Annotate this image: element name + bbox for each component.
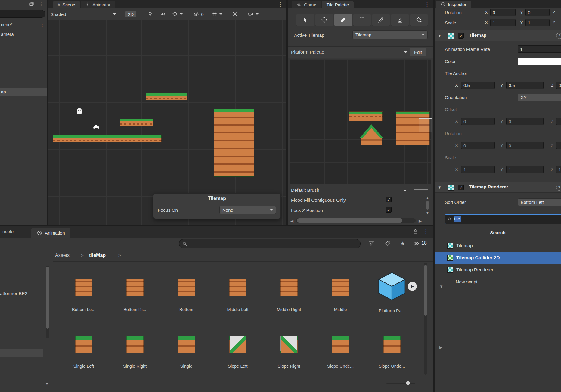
- scroll-down-icon[interactable]: ▼: [426, 211, 429, 215]
- component-result-tilemap[interactable]: Tilemap: [435, 240, 561, 252]
- prefab-play-badge[interactable]: ▶: [408, 282, 417, 291]
- component-result-tilemap-renderer[interactable]: Tilemap Renderer: [435, 264, 561, 276]
- resize-grip[interactable]: [414, 191, 428, 191]
- tab-game[interactable]: Game: [292, 1, 321, 8]
- edit-palette-button[interactable]: Edit: [410, 48, 426, 56]
- help-icon[interactable]: ?: [556, 185, 561, 191]
- asset-item[interactable]: Single Left: [64, 336, 104, 369]
- folder-scrollbar-thumb[interactable]: [46, 267, 49, 329]
- asset-item[interactable]: Bottom: [166, 279, 206, 312]
- palette-panel-menu-icon[interactable]: ⋮: [424, 2, 430, 7]
- platform-column-object[interactable]: [214, 109, 254, 177]
- scroll-right-icon[interactable]: ▶: [419, 219, 422, 223]
- project-search-input[interactable]: [179, 239, 361, 248]
- picker-tool-button[interactable]: [372, 14, 390, 26]
- scroll-down-icon[interactable]: ▼: [45, 382, 49, 386]
- palette-tile-platform[interactable]: [349, 111, 383, 121]
- component-search-input[interactable]: tile: [445, 214, 561, 224]
- scene-grid-dropdown[interactable]: [212, 11, 222, 17]
- folder-scrollbar[interactable]: [46, 266, 49, 338]
- tab-scene[interactable]: # Scene: [53, 1, 80, 8]
- scene-audio-icon[interactable]: [160, 11, 166, 17]
- active-tilemap-dropdown[interactable]: Tilemap: [352, 30, 428, 39]
- renderer-enabled-checkbox[interactable]: [458, 185, 464, 190]
- asset-grid-scrollbar[interactable]: [424, 263, 427, 375]
- focus-on-dropdown[interactable]: None: [219, 206, 276, 214]
- tab-animation[interactable]: Animation: [31, 228, 70, 238]
- asset-item[interactable]: Slope Unde...: [321, 336, 360, 369]
- component-result-tilemap-collider[interactable]: Tilemap Collider 2D: [435, 252, 561, 264]
- flood-fill-checkbox[interactable]: [386, 197, 392, 202]
- chevron-down-icon[interactable]: [404, 190, 407, 191]
- folder-item[interactable]: atformer BE2: [0, 291, 27, 296]
- palette-hscroll-track[interactable]: [296, 218, 416, 223]
- asset-item[interactable]: Slope Left: [218, 336, 258, 369]
- breadcrumb-current[interactable]: tileMap: [89, 253, 106, 258]
- frame-rate-field[interactable]: 1: [518, 45, 561, 53]
- eraser-tool-button[interactable]: [391, 14, 409, 26]
- palette-hscroll-thumb[interactable]: [297, 218, 402, 223]
- scene-panel-menu-icon[interactable]: ⋮: [278, 2, 283, 7]
- hierarchy-search-input[interactable]: [0, 10, 45, 18]
- platform-object[interactable]: [53, 135, 162, 142]
- scroll-up-icon[interactable]: ▲: [426, 196, 429, 200]
- folder-item-selected[interactable]: [0, 349, 43, 357]
- shading-mode-dropdown[interactable]: Shaded: [51, 12, 116, 17]
- player-sprite[interactable]: [77, 108, 82, 114]
- move-tool-button[interactable]: [315, 14, 333, 26]
- hierarchy-item-scene[interactable]: cene* ⋮: [0, 20, 48, 29]
- scene-effects-dropdown[interactable]: [172, 11, 183, 17]
- palette-name-dropdown[interactable]: Platform Palette: [291, 49, 324, 55]
- anchor-x-field[interactable]: 0.5: [461, 82, 495, 89]
- foldout-icon[interactable]: ▼: [438, 185, 442, 190]
- orientation-dropdown[interactable]: XY: [518, 94, 561, 101]
- color-swatch[interactable]: [518, 58, 561, 65]
- asset-grid[interactable]: Bottom Le... Bottom Ri... Bottom Middle …: [53, 261, 433, 376]
- zoom-slider-thumb[interactable]: [406, 381, 410, 385]
- resize-grip[interactable]: [414, 189, 428, 190]
- hierarchy-menu-icon[interactable]: ⋮: [39, 1, 44, 7]
- star-icon[interactable]: ★: [400, 240, 405, 247]
- breadcrumb-root[interactable]: Assets: [55, 253, 70, 258]
- scene-viewport[interactable]: Tilemap Focus On None: [48, 20, 286, 226]
- asset-item[interactable]: Middle: [321, 279, 360, 312]
- select-tool-button[interactable]: [296, 14, 314, 26]
- thumbnail-zoom-slider[interactable]: [386, 383, 415, 384]
- foldout-icon[interactable]: ▼: [438, 33, 442, 38]
- tab-inspector[interactable]: Inspector: [436, 1, 471, 8]
- lock-z-checkbox[interactable]: [386, 207, 392, 213]
- lock-icon[interactable]: [412, 229, 418, 235]
- asset-item[interactable]: Middle Right: [269, 279, 309, 312]
- component-result-new-script[interactable]: New script: [435, 276, 561, 288]
- tab-console[interactable]: nsole: [2, 229, 14, 234]
- palette-vscroll-thumb[interactable]: [426, 201, 429, 210]
- tab-animator[interactable]: Animator: [81, 1, 115, 8]
- scene-lighting-icon[interactable]: [147, 11, 153, 17]
- asset-item[interactable]: Slope Unde...: [372, 336, 412, 369]
- tab-tile-palette[interactable]: Tile Palette: [322, 1, 354, 8]
- fill-tool-button[interactable]: [410, 14, 428, 26]
- platform-object[interactable]: [146, 93, 187, 100]
- palette-tile-hill[interactable]: [360, 124, 383, 145]
- asset-item[interactable]: Bottom Le...: [64, 279, 104, 312]
- tilemap-renderer-header[interactable]: ▼ Tilemap Renderer ?: [435, 182, 561, 193]
- asset-item-prefab[interactable]: Platform Pa...: [372, 279, 412, 313]
- scene-camera-dropdown[interactable]: [247, 11, 259, 17]
- scale-y-field[interactable]: 1: [525, 19, 550, 26]
- rotation-x-field[interactable]: 0: [490, 9, 516, 16]
- platform-object[interactable]: [120, 119, 153, 126]
- scene-options-icon[interactable]: ⋮: [39, 22, 45, 27]
- help-icon[interactable]: ?: [556, 33, 561, 39]
- asset-item[interactable]: Bottom Ri...: [115, 279, 155, 312]
- box-select-tool-button[interactable]: [353, 14, 371, 26]
- scene-visibility-toggle[interactable]: 0: [193, 11, 203, 17]
- palette-canvas[interactable]: [290, 59, 431, 184]
- asset-item[interactable]: Slope Right: [269, 336, 309, 369]
- anchor-z-field[interactable]: 0: [556, 82, 561, 89]
- toggle-2d-button[interactable]: 2D: [125, 11, 136, 17]
- tilemap-enabled-checkbox[interactable]: [458, 33, 464, 39]
- asset-item[interactable]: Single: [166, 336, 206, 369]
- rotation-y-field[interactable]: 0: [525, 9, 550, 16]
- hierarchy-item-tilemap[interactable]: ap: [0, 88, 48, 96]
- search-by-label-icon[interactable]: [385, 241, 391, 247]
